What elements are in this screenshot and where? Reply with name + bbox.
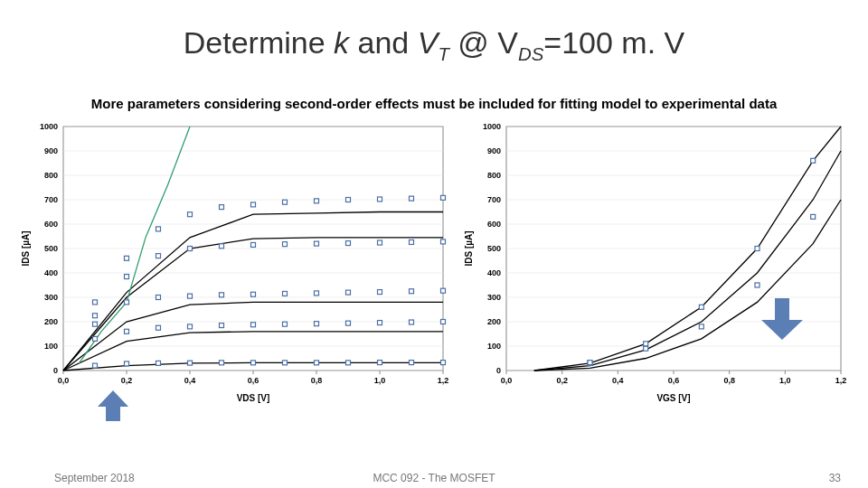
svg-text:100: 100 — [44, 342, 58, 351]
svg-rect-64 — [188, 294, 193, 298]
title-text-a: Determine — [184, 25, 334, 60]
svg-rect-145 — [811, 158, 816, 163]
svg-text:1,0: 1,0 — [779, 376, 791, 385]
svg-text:IDS [µA]: IDS [µA] — [21, 230, 31, 266]
page-title: Determine k and VT @ VDS=100 m. V — [0, 25, 868, 65]
svg-rect-88 — [188, 212, 193, 217]
svg-text:200: 200 — [44, 317, 58, 326]
svg-text:300: 300 — [487, 293, 501, 302]
title-vt: VT — [418, 25, 449, 60]
svg-rect-52 — [188, 324, 193, 329]
title-text-d: =100 m. V — [543, 25, 684, 60]
svg-text:700: 700 — [487, 195, 501, 204]
svg-rect-87 — [156, 227, 161, 231]
title-vt-sub: T — [438, 44, 448, 64]
svg-rect-140 — [811, 214, 816, 219]
slide: Determine k and VT @ VDS=100 m. V More p… — [0, 0, 868, 488]
svg-marker-149 — [761, 298, 803, 340]
svg-rect-79 — [283, 242, 288, 247]
svg-text:200: 200 — [487, 317, 501, 326]
svg-text:1,2: 1,2 — [835, 376, 847, 385]
svg-text:800: 800 — [44, 171, 58, 180]
svg-rect-51 — [156, 325, 161, 330]
svg-rect-57 — [346, 321, 351, 325]
title-k: k — [334, 25, 349, 60]
svg-rect-48 — [441, 361, 446, 365]
svg-rect-37 — [93, 363, 98, 368]
svg-rect-93 — [346, 198, 351, 202]
svg-rect-40 — [188, 361, 193, 365]
svg-rect-94 — [378, 197, 382, 202]
svg-text:0,2: 0,2 — [556, 376, 568, 385]
svg-text:600: 600 — [487, 220, 501, 229]
svg-rect-49 — [93, 336, 98, 341]
subtitle: More parameters considering second-order… — [0, 96, 868, 111]
svg-rect-92 — [315, 199, 319, 203]
svg-text:0,8: 0,8 — [311, 376, 323, 385]
svg-rect-56 — [315, 322, 319, 326]
svg-text:500: 500 — [487, 244, 501, 253]
svg-text:900: 900 — [44, 146, 58, 155]
svg-rect-82 — [378, 240, 382, 245]
svg-text:1000: 1000 — [40, 122, 58, 131]
svg-rect-73 — [93, 314, 98, 318]
svg-rect-137 — [644, 346, 648, 351]
svg-rect-65 — [220, 293, 224, 297]
title-vt-v: V — [418, 25, 439, 60]
footer-center: MCC 092 - The MOSFET — [0, 472, 868, 484]
svg-text:0,2: 0,2 — [121, 376, 133, 385]
svg-text:0,6: 0,6 — [248, 376, 259, 385]
svg-rect-50 — [125, 329, 129, 333]
svg-rect-46 — [378, 361, 382, 365]
svg-text:900: 900 — [487, 146, 501, 155]
svg-rect-53 — [220, 324, 224, 328]
svg-text:0,0: 0,0 — [501, 376, 513, 385]
svg-rect-74 — [125, 275, 129, 279]
svg-rect-43 — [283, 361, 288, 365]
svg-rect-95 — [410, 196, 414, 201]
svg-rect-83 — [410, 239, 414, 244]
svg-text:0: 0 — [53, 366, 58, 375]
svg-rect-142 — [644, 342, 648, 346]
svg-rect-78 — [251, 242, 256, 247]
svg-text:400: 400 — [487, 268, 501, 277]
svg-rect-143 — [699, 305, 703, 309]
title-text-c: @ V — [449, 25, 518, 60]
svg-text:700: 700 — [44, 195, 58, 204]
svg-rect-139 — [755, 283, 760, 287]
svg-rect-86 — [125, 256, 129, 260]
chart-ids-vds: 010020030040050060070080090010000,00,20,… — [18, 117, 452, 407]
svg-text:300: 300 — [44, 293, 58, 302]
svg-rect-84 — [441, 239, 446, 244]
svg-text:0,4: 0,4 — [612, 376, 624, 385]
svg-text:1000: 1000 — [483, 122, 501, 131]
svg-rect-144 — [755, 247, 760, 251]
svg-rect-76 — [188, 247, 193, 251]
svg-text:IDS [µA]: IDS [µA] — [464, 230, 474, 266]
svg-rect-70 — [378, 290, 382, 295]
svg-rect-66 — [251, 292, 256, 296]
svg-rect-72 — [441, 288, 446, 293]
svg-rect-45 — [346, 361, 351, 365]
svg-rect-75 — [156, 254, 161, 258]
svg-rect-47 — [410, 361, 414, 365]
svg-rect-80 — [315, 241, 319, 246]
svg-rect-63 — [156, 296, 161, 300]
svg-text:400: 400 — [44, 268, 58, 277]
svg-text:VDS [V]: VDS [V] — [237, 393, 270, 403]
svg-rect-67 — [283, 291, 288, 296]
arrow-up-icon — [98, 390, 128, 425]
svg-rect-89 — [220, 205, 224, 210]
svg-rect-55 — [283, 322, 288, 326]
svg-rect-54 — [251, 323, 256, 327]
svg-text:100: 100 — [487, 342, 501, 351]
title-ds-sub: DS — [518, 44, 543, 64]
svg-text:0,8: 0,8 — [723, 376, 735, 385]
svg-marker-148 — [98, 390, 128, 421]
svg-rect-39 — [156, 361, 161, 365]
svg-text:0,0: 0,0 — [58, 376, 70, 385]
svg-rect-77 — [220, 244, 224, 249]
svg-rect-138 — [699, 324, 703, 329]
svg-text:0: 0 — [496, 366, 501, 375]
svg-rect-71 — [410, 289, 414, 294]
